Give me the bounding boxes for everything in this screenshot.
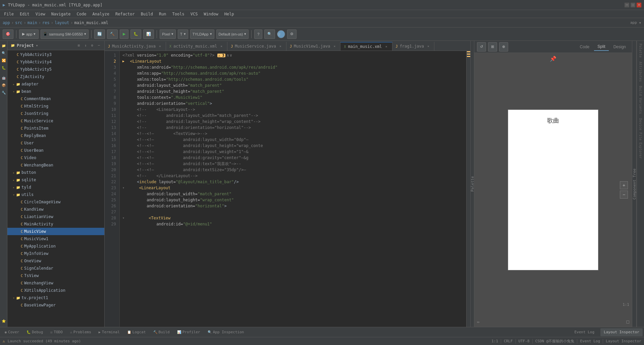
collapse-arrow[interactable]: ∧ — [227, 52, 229, 58]
tree-item-yybbactivity4[interactable]: C YybbActivity4 — [7, 58, 104, 66]
zoom-minus-btn[interactable]: − — [620, 191, 628, 199]
menu-edit[interactable]: Edit — [17, 11, 32, 17]
menu-file[interactable]: File — [1, 11, 16, 17]
sidebar-icon-7[interactable]: ⭐ — [0, 318, 7, 324]
bottom-tab-event-log[interactable]: Event Log — [571, 328, 598, 336]
sidebar-icon-5[interactable]: 📦 — [0, 82, 7, 88]
run-btn[interactable]: ▶ — [120, 29, 128, 39]
profile-btn[interactable]: 📊 — [143, 29, 154, 39]
menu-refactor[interactable]: Refactor — [113, 11, 138, 17]
tree-item-htmlstring[interactable]: C HtmlString — [7, 102, 104, 110]
status-line-col[interactable]: 1:1 — [491, 339, 498, 343]
status-charset[interactable]: UTF-8 — [519, 339, 530, 343]
tree-item-bean[interactable]: ▾ 📁 bean — [7, 88, 104, 95]
bottom-tab-cover[interactable]: ◉ Cover — [1, 328, 22, 336]
bottom-tab-terminal[interactable]: ▶ Terminal — [95, 328, 123, 336]
panel-close-btn[interactable]: ─ — [96, 43, 102, 48]
tree-item-jsonstring[interactable]: C JsonString — [7, 110, 104, 117]
editor-scrollbar[interactable] — [466, 51, 470, 327]
window-controls[interactable]: ─ □ ✕ — [625, 3, 641, 7]
tree-item-wenzhangview[interactable]: C WenzhangView — [7, 279, 104, 287]
tree-item-zjactivity[interactable]: C ZjActivity — [7, 73, 104, 80]
expand-arrow[interactable]: ∨ — [230, 52, 232, 58]
tree-item-myapplication[interactable]: C MyApplication — [7, 243, 104, 250]
tree-item-kandview[interactable]: C KandView — [7, 206, 104, 213]
menu-vcs[interactable]: VCS — [188, 11, 201, 17]
tree-item-tsview[interactable]: C TsView — [7, 272, 104, 279]
tab-frag1[interactable]: J frag1.java ✕ — [392, 42, 434, 51]
bottom-tab-logcat[interactable]: 📋 Logcat — [124, 328, 149, 336]
tree-item-signcalendar[interactable]: C SignCalendar — [7, 265, 104, 272]
sync-btn[interactable]: 🔄 — [94, 29, 105, 39]
locale-selector[interactable]: Default (en-us) ▾ — [216, 29, 249, 39]
breadcrumb-layout[interactable]: layout — [55, 20, 69, 25]
design-grid-btn[interactable]: ⊞ — [488, 42, 497, 52]
panel-collapse-btn[interactable]: ⊞ — [76, 43, 82, 48]
project-panel-dropdown[interactable]: ▾ — [36, 43, 38, 48]
menu-window[interactable]: Window — [201, 11, 221, 17]
panel-filter-btn[interactable]: ⚙ — [90, 43, 95, 48]
menu-view[interactable]: View — [33, 11, 48, 17]
maximize-button[interactable]: □ — [631, 3, 635, 7]
design-refresh-btn[interactable]: ↺ — [477, 42, 486, 52]
build-btn[interactable]: 🔨 — [107, 29, 118, 39]
sidebar-icon-android[interactable]: 🤖 — [0, 74, 7, 81]
palette-panel[interactable]: Palette — [470, 41, 474, 327]
tree-item-pointsitem[interactable]: C PointsItem — [7, 125, 104, 132]
tree-item-liaotianview[interactable]: C LiaotianView — [7, 213, 104, 220]
tab-close-frag1[interactable]: ✕ — [426, 44, 431, 49]
menu-build[interactable]: Build — [138, 11, 156, 17]
breadcrumb-src[interactable]: src — [15, 20, 22, 25]
design-tab-btn-right[interactable]: Design — [610, 43, 629, 51]
tab-main-music-xml[interactable]: X main_music.xml ✕ — [340, 42, 392, 51]
tree-item-tyld[interactable]: ▸ 📁 tyld — [7, 184, 104, 191]
breadcrumb-res[interactable]: res — [42, 20, 50, 25]
search-btn[interactable]: 🔍 — [264, 29, 275, 39]
code-tab-btn[interactable]: Code — [577, 43, 593, 51]
tab-musicview1[interactable]: J MusicView1.java ✕ — [286, 42, 340, 51]
tree-item-mainactivity[interactable]: C MainActivity — [7, 220, 104, 228]
breadcrumb-file[interactable]: main_music.xml — [74, 20, 108, 25]
tab-activity-music-xml[interactable]: X activity_music.xml ✕ — [166, 42, 227, 51]
sidebar-icon-1[interactable]: 📁 — [0, 42, 7, 49]
tab-musicactivity[interactable]: J MusicActivity.java ✕ — [105, 42, 166, 51]
bottom-tab-problems[interactable]: ⚠ Problems — [67, 328, 95, 336]
avatar-btn[interactable]: U — [277, 30, 285, 38]
tree-item-commentbean[interactable]: C CommentBean — [7, 95, 104, 102]
tree-item-userbean[interactable]: C UserBean — [7, 147, 104, 154]
tab-close-main-music[interactable]: ✕ — [384, 44, 389, 49]
split-tab-btn[interactable]: Split — [594, 43, 608, 51]
tab-close-musicactivity[interactable]: ✕ — [158, 44, 162, 49]
menu-tools[interactable]: Tools — [170, 11, 187, 17]
tree-item-musicview1[interactable]: C MusicView1 — [7, 235, 104, 243]
tree-item-circleimageview[interactable]: C CircleImageView — [7, 198, 104, 206]
help-btn[interactable]: ? — [254, 29, 262, 39]
pixel-selector[interactable]: Pixel ▾ — [160, 29, 176, 39]
tree-item-myinfoview[interactable]: C MyInfoView — [7, 250, 104, 257]
status-layout-inspector[interactable]: Layout Inspector — [606, 339, 641, 343]
toolbar-target-btn[interactable]: 🎯 — [3, 29, 13, 39]
device-selector[interactable]: 📱 samsung SM-G9550 ▾ — [41, 29, 89, 39]
code-editor[interactable]: <?xml version="1.0" encoding="utf-8"?> ⚠… — [120, 51, 466, 327]
settings-btn[interactable]: ⚙ — [287, 29, 297, 39]
tree-item-button[interactable]: ▸ 📁 button — [7, 169, 104, 176]
app-selector[interactable]: TYLDApp ▾ — [190, 29, 214, 39]
bottom-tab-layout-inspector[interactable]: Layout Inspector — [600, 328, 643, 336]
tree-item-utils[interactable]: ▾ 📁 utils — [7, 191, 104, 198]
tree-item-oneview[interactable]: C OneView — [7, 257, 104, 265]
debug-btn[interactable]: 🐛 — [130, 29, 141, 39]
tree-item-baseviewpager[interactable]: C BaseViewPager — [7, 301, 104, 309]
bottom-tab-build[interactable]: 🔨 Build — [150, 328, 173, 336]
build-variants-sidebar-label[interactable]: Build Variants — [639, 84, 642, 115]
menu-code[interactable]: Code — [74, 11, 89, 17]
tree-item-musicview[interactable]: C MusicView — [7, 228, 104, 235]
tab-close-musicservice[interactable]: ✕ — [278, 44, 283, 49]
close-button[interactable]: ✕ — [637, 3, 641, 7]
tree-item-adapter[interactable]: ▸ 📁 adapter — [7, 80, 104, 88]
zoom-plus-btn[interactable]: + — [620, 181, 628, 189]
status-event-log[interactable]: Event Log — [580, 339, 600, 343]
attributes-sidebar-label[interactable]: Attributes — [639, 60, 642, 83]
bottom-tab-todo[interactable]: ☑ TODO — [47, 328, 66, 336]
run-config-btn[interactable]: ▶ app ▾ — [19, 29, 39, 39]
minimize-button[interactable]: ─ — [625, 3, 629, 7]
